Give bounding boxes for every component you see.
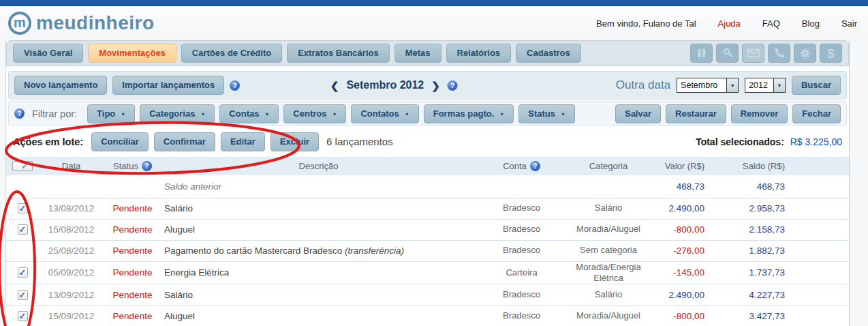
select-all-checkbox[interactable] [12, 161, 33, 171]
current-month-label: Setembro 2012 [346, 79, 424, 91]
transaction-category: Moradia/Energia Elétrica [568, 261, 649, 284]
filter-dropdown[interactable]: Tipo [87, 104, 135, 123]
help-icon[interactable]: ? [14, 108, 25, 119]
transaction-status: Pendente [104, 198, 161, 219]
transaction-category: Sem categoria [568, 240, 649, 261]
transaction-date: 13/09/2012 [39, 284, 104, 306]
transaction-value: 2.490,00 [649, 198, 714, 219]
row-checkbox[interactable] [18, 203, 28, 213]
transaction-category: Moradia/Aluguel [568, 219, 649, 240]
opening-balance-label: Saldo anterior [161, 175, 476, 198]
batch-action-button[interactable]: Confirmar [154, 132, 215, 151]
transaction-account: Bradesco [476, 198, 568, 219]
filter-action-button[interactable]: Remover [731, 104, 788, 123]
tab[interactable]: Extratos Bancários [287, 44, 390, 63]
filter-dropdown[interactable]: Centros [283, 104, 346, 123]
meudinheiro-logo[interactable]: m meudinheiro [8, 12, 155, 35]
phone-icon[interactable] [768, 44, 790, 63]
transactions-body: Saldo anterior 468,73 468,73 13/08/2012 … [6, 175, 849, 326]
help-icon[interactable]: ? [230, 80, 240, 91]
tab[interactable]: Metas [394, 44, 441, 63]
entry-count: 6 lançamentos [326, 136, 393, 147]
header-link[interactable]: Blog [802, 18, 820, 29]
row-checkbox[interactable] [18, 311, 28, 321]
transaction-description[interactable]: Salário [161, 198, 476, 219]
welcome-text: Bem vindo, Fulano de Tal [596, 18, 696, 29]
transaction-description[interactable]: Pagamento do cartão Mastercard Bradesco … [161, 240, 476, 261]
tab[interactable]: Visão Geral [13, 44, 83, 63]
help-icon[interactable]: ? [530, 161, 540, 171]
next-month-icon[interactable]: ❯ [431, 80, 440, 91]
transaction-status: Pendente [104, 240, 161, 261]
filter-action-button[interactable]: Restaurar [666, 104, 726, 123]
batch-action-button[interactable]: Excluir [270, 132, 319, 151]
transaction-balance: 3.427,73 [714, 306, 794, 326]
filter-dropdown[interactable]: Status [518, 104, 575, 123]
total-selected-value: R$ 3.225,00 [790, 136, 842, 147]
tab[interactable]: Cadastros [516, 44, 581, 63]
transaction-description[interactable]: Aluguel [161, 219, 476, 240]
transaction-balance: 1.737,73 [714, 261, 794, 284]
transaction-category: Salário [568, 198, 649, 219]
transaction-description[interactable]: Salário [161, 284, 476, 306]
total-selected-label: Total selecionados: [696, 136, 784, 147]
transaction-category: Moradia/Aluguel [568, 306, 649, 326]
batch-action-button[interactable]: Editar [221, 132, 265, 151]
transactions-table: Data Status? Descrição Conta? Categoria … [6, 157, 849, 326]
column-header-account: Conta [503, 161, 527, 171]
header-link[interactable]: Ajuda [718, 18, 741, 29]
filter-dropdown[interactable]: Categorias [140, 104, 215, 123]
transaction-value: -800,00 [649, 219, 714, 240]
transaction-balance: 2.158,73 [714, 219, 794, 240]
column-header-description: Descrição [161, 157, 476, 175]
transaction-row: 13/09/2012 Pendente Salário Bradesco Sal… [6, 284, 849, 306]
transaction-status: Pendente [104, 284, 161, 306]
transaction-description[interactable]: Energia Elétrica [161, 261, 476, 284]
transaction-date: 05/09/2012 [39, 261, 104, 284]
header-link[interactable]: FAQ [762, 18, 780, 29]
transaction-date: 15/08/2012 [39, 219, 104, 240]
year-select[interactable]: 2012 ▼ [745, 78, 786, 93]
filter-dropdown[interactable]: Contatos [351, 104, 418, 123]
search-button[interactable]: Buscar [792, 76, 841, 95]
tab[interactable]: Cartões de Crédito [181, 44, 282, 63]
help-icon[interactable]: ? [142, 161, 152, 171]
dollar-icon[interactable]: $ [820, 44, 842, 63]
row-checkbox[interactable] [18, 267, 28, 278]
gear-icon[interactable] [794, 44, 816, 63]
mail-icon[interactable] [742, 44, 764, 63]
other-date-label: Outra data [616, 78, 670, 92]
transaction-row: 13/08/2012 Pendente Salário Bradesco Sal… [6, 198, 849, 219]
transaction-row: 25/08/2012 Pendente Pagamento do cartão … [6, 240, 849, 261]
month-navigation: ❮ Setembro 2012 ❯ ? [330, 79, 458, 91]
search-icon[interactable] [716, 44, 739, 63]
tab[interactable]: Relatórios [446, 44, 512, 63]
filter-dropdown[interactable]: Contas [219, 104, 279, 123]
row-checkbox[interactable] [18, 290, 28, 300]
transaction-status: Pendente [104, 219, 161, 240]
header-link[interactable]: Sair [841, 18, 857, 29]
transaction-balance: 2.958,73 [714, 198, 794, 219]
transaction-description[interactable]: Aluguel [161, 306, 476, 326]
column-header-value: Valor (R$) [649, 157, 714, 175]
chevron-down-icon: ▼ [773, 78, 785, 92]
other-date-controls: Outra data Setembro ▼ 2012 ▼ Buscar [616, 76, 841, 95]
previous-month-icon[interactable]: ❮ [330, 80, 339, 91]
batch-action-button[interactable]: Conciliar [91, 132, 149, 151]
transaction-balance: 4.227,73 [714, 284, 794, 306]
new-entry-button[interactable]: Novo lançamento [14, 76, 107, 95]
filter-action-button[interactable]: Salvar [615, 104, 661, 123]
transaction-account: Bradesco [476, 284, 568, 306]
site-header: m meudinheiro Bem vindo, Fulano de Tal A… [0, 6, 868, 40]
import-entries-button[interactable]: Importar lançamentos [112, 76, 224, 95]
columns-icon[interactable] [690, 44, 713, 63]
transaction-date: 15/09/2012 [39, 306, 104, 326]
month-select[interactable]: Setembro ▼ [677, 78, 739, 93]
help-icon[interactable]: ? [448, 80, 458, 91]
filter-dropdown[interactable]: Formas pagto. [424, 104, 514, 123]
tab[interactable]: Movimentações [88, 44, 176, 63]
filter-action-button[interactable]: Fechar [792, 104, 841, 123]
row-checkbox[interactable] [18, 224, 28, 235]
transaction-account: Bradesco [476, 219, 568, 240]
column-header-status: Status [113, 161, 138, 171]
